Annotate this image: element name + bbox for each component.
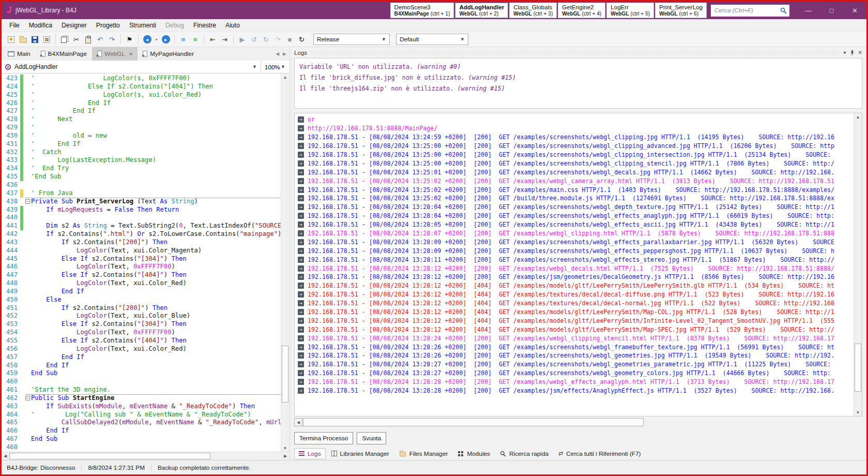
cut-icon[interactable]: ✂ (71, 34, 82, 45)
chevron-down-icon[interactable]: ▾ (844, 50, 846, 55)
step-over-icon[interactable]: ↻ (261, 34, 271, 45)
tool-tab-ricerca-rapida[interactable]: Ricerca rapida (496, 449, 553, 459)
close-tab-icon[interactable]: × (129, 51, 132, 57)
menu-aiuto[interactable]: Aiuto (221, 20, 245, 31)
scroll-down-icon[interactable]: ▼ (281, 444, 289, 452)
search-icon[interactable] (780, 7, 787, 14)
resume-icon[interactable]: ↺ (249, 34, 260, 45)
code-lines[interactable]: 423' LogColor(s, 0xFFFF7F00)424' Else If… (2, 73, 281, 452)
run-icon[interactable]: ▶ (237, 34, 248, 45)
log-output[interactable]: →or→http://192.168.178.51:8888/MainPage/… (294, 113, 862, 416)
log-arrow-icon: → (298, 116, 304, 123)
navigate-forward-icon[interactable]: ▸ (160, 34, 171, 45)
menu-finestre[interactable]: Finestre (189, 20, 221, 31)
editor-tab-b4xmainpage[interactable]: B4XMainPage (36, 47, 92, 61)
log-entry: →192.168.178.51 - [08/08/2024 13:25:00 +… (298, 159, 851, 168)
code-text: ' Catch (31, 148, 281, 157)
close-icon[interactable]: ✕ (858, 50, 862, 55)
back-history-dropdown-icon[interactable]: ▾ (154, 34, 159, 45)
scroll-up-icon[interactable]: ▲ (281, 73, 289, 81)
indent-icon[interactable]: ⇥ (219, 34, 230, 45)
uncomment-icon[interactable]: ≡ (190, 34, 201, 45)
editor-hscroll-thumb[interactable] (9, 453, 210, 459)
change-bar (20, 320, 23, 329)
menu-file[interactable]: File (5, 20, 24, 31)
menu-designer[interactable]: Designer (57, 20, 92, 31)
scroll-left-icon[interactable]: ◀ (2, 452, 9, 460)
quick-tab-class_globals[interactable]: Class_GlobalsWebGL (ctrl + 3) (509, 3, 557, 18)
build-configuration-select[interactable]: Release ▼ (313, 34, 390, 45)
code-text: ' End If (31, 107, 281, 115)
search-input[interactable] (713, 6, 780, 14)
bookmark-icon[interactable]: ⚑ (124, 34, 135, 45)
log-entry-text: 192.168.178.51 - [08/08/2024 13:25:02 +0… (308, 177, 834, 185)
editor-horizontal-scrollbar[interactable]: ◀ ▶ (2, 452, 289, 460)
code-line-451: 451 If s2.Contains("[200]") Then (2, 304, 281, 313)
tool-tab-files-manager[interactable]: Files Manager (395, 449, 452, 459)
comment-icon[interactable]: ≡ (178, 34, 189, 45)
tool-tab-logs[interactable]: Logs (294, 448, 326, 459)
copy-icon[interactable] (59, 34, 70, 45)
collapse-icon[interactable]: − (25, 199, 30, 204)
navigate-back-icon[interactable]: ◂ (142, 34, 153, 45)
scroll-up-icon[interactable]: ▲ (854, 113, 862, 121)
libraries-icon (331, 451, 337, 456)
line-number: 427 (2, 107, 20, 115)
log-horizontal-scrollbar[interactable]: ◀ (294, 418, 862, 427)
editor-vertical-scrollbar[interactable]: ▲ ▼ (281, 73, 289, 452)
package-icon[interactable]: ▦ (41, 34, 52, 45)
menu-modifica[interactable]: Modifica (24, 20, 57, 31)
maximize-button[interactable]: □ (820, 2, 843, 19)
paste-icon[interactable] (83, 34, 94, 45)
tool-tab-cerca-tutti-i-riferimenti-f7-[interactable]: ⇄Cerca tutti i Riferimenti (F7) (554, 449, 645, 459)
tab-scroll-left-icon[interactable]: ◀ (276, 51, 279, 56)
tab-scroll-right-icon[interactable]: ▶ (283, 51, 286, 56)
warnings-box[interactable]: Variabile 'URL' non utilizzata. (warning… (294, 58, 862, 109)
sub-selector[interactable]: AddLogHandler ▼ (2, 61, 261, 73)
menu-strumenti[interactable]: Strumenti (125, 20, 161, 31)
quick-tab-getengine2[interactable]: GetEngine2WebGL (ctrl + 4) (558, 3, 605, 18)
editor-tab-mypagehandler[interactable]: MyPageHandler (138, 47, 199, 61)
quick-tab-logerr[interactable]: LogErrWebGL (ctrl + 5) (606, 3, 654, 18)
undo-icon[interactable]: ↶ (95, 34, 105, 45)
editor-tab-main[interactable]: Main (3, 47, 36, 61)
pin-icon[interactable] (850, 50, 855, 55)
outdent-icon[interactable]: ⇤ (207, 34, 218, 45)
close-button[interactable]: ✕ (843, 2, 866, 19)
terminate-process-button[interactable]: Termina Processo (294, 432, 353, 444)
search-box[interactable] (711, 5, 789, 17)
step-into-icon[interactable]: ↷ (272, 34, 283, 45)
collapse-icon[interactable]: − (25, 396, 30, 400)
editor-vscroll-thumb[interactable] (282, 346, 288, 403)
change-bar (20, 75, 23, 83)
tool-tab-modules[interactable]: Modules (453, 449, 494, 459)
clear-logs-button[interactable]: Svuota (357, 432, 386, 444)
log-vertical-scrollbar[interactable]: ▲ ▼ (854, 113, 862, 416)
minimize-button[interactable]: — (797, 2, 820, 19)
editor-tab-webgl[interactable]: WebGL× (92, 47, 138, 61)
open-file-icon[interactable] (18, 34, 28, 45)
save-icon[interactable] (29, 34, 40, 45)
stop-icon[interactable]: ■ (284, 34, 295, 45)
editor-zoom-select[interactable]: 100% ▼ (261, 61, 289, 73)
menu-progetto[interactable]: Progetto (92, 20, 125, 31)
tool-tab-libraries-manager[interactable]: Libraries Manager (327, 449, 393, 459)
code-line-437: 437' From Java (2, 189, 281, 198)
scroll-left-icon[interactable]: ◀ (294, 418, 302, 426)
redo-icon[interactable]: ↷ (106, 34, 117, 45)
sub-selector-row: AddLogHandler ▼ 100% ▼ (2, 61, 289, 73)
ui-configuration-select[interactable]: Default ▼ (396, 34, 468, 45)
restart-icon[interactable]: ↻ (296, 34, 307, 45)
new-file-icon[interactable]: ✱ (6, 34, 17, 45)
quick-tab-demoscene3[interactable]: DemoScene3B4XMainPage (ctrl + 1) (390, 3, 454, 18)
log-entry: →192.168.178.51 - [08/08/2024 13:24:59 +… (298, 133, 851, 142)
fold-margin (24, 362, 31, 370)
quick-tab-addloghandler[interactable]: AddLogHandlerWebGL (ctrl + 2) (455, 3, 508, 18)
log-vscroll-thumb[interactable] (855, 344, 861, 392)
change-bar (20, 255, 23, 263)
log-arrow-icon: → (298, 230, 304, 236)
quick-tab-print_serverlog[interactable]: Print_ServerLogWebGL (ctrl + 6) (655, 3, 707, 18)
log-hscroll-thumb[interactable] (303, 418, 644, 426)
scroll-right-icon[interactable]: ▶ (282, 452, 289, 460)
scroll-down-icon[interactable]: ▼ (854, 409, 862, 416)
